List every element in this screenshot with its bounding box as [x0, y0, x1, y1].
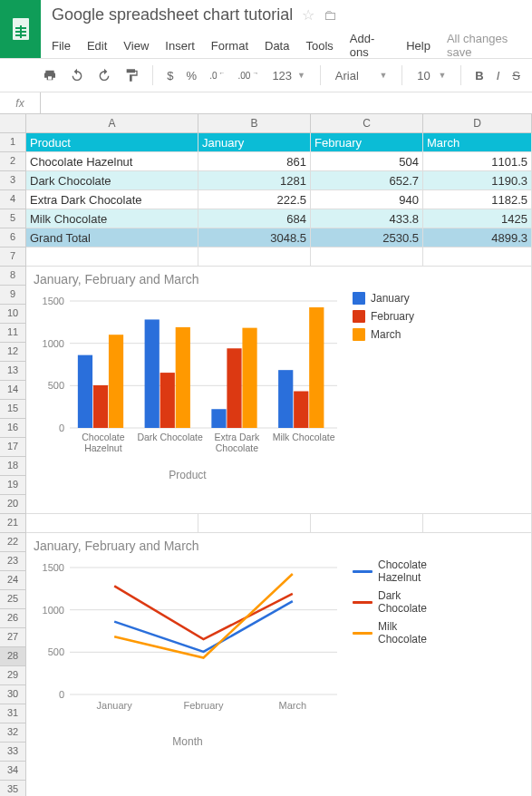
- paint-format-icon[interactable]: [120, 64, 143, 86]
- menu-view[interactable]: View: [123, 39, 149, 53]
- column-header[interactable]: C: [311, 114, 423, 133]
- svg-text:February: February: [183, 700, 224, 711]
- menu-format[interactable]: Format: [211, 39, 248, 53]
- svg-text:0: 0: [59, 689, 64, 700]
- svg-text:500: 500: [48, 646, 64, 657]
- svg-rect-20: [176, 327, 190, 428]
- toolbar: $ % .0← .00→ 123▼ Arial▼ 10▼ B I S: [0, 58, 532, 92]
- spreadsheet-grid[interactable]: ABCD1ProductJanuaryFebruaryMarch2Chocola…: [0, 114, 532, 796]
- save-status: All changes save: [447, 32, 532, 59]
- menu-edit[interactable]: Edit: [87, 39, 107, 53]
- menu-file[interactable]: File: [52, 39, 71, 53]
- svg-text:Dark Chocolate: Dark Chocolate: [137, 432, 203, 442]
- percent-button[interactable]: %: [182, 65, 202, 86]
- svg-rect-29: [309, 307, 324, 428]
- svg-text:1500: 1500: [43, 562, 64, 573]
- italic-button[interactable]: I: [492, 65, 505, 86]
- svg-text:Milk Chocolate: Milk Chocolate: [273, 432, 335, 442]
- svg-rect-4: [20, 25, 22, 38]
- svg-text:Chocolate: Chocolate: [82, 432, 124, 442]
- undo-icon[interactable]: [65, 64, 89, 86]
- column-header[interactable]: B: [198, 114, 311, 133]
- svg-text:500: 500: [48, 380, 64, 391]
- title-bar: Google spreadsheet chart tutorial ☆ 🗀 Fi…: [0, 0, 532, 58]
- svg-rect-19: [160, 373, 175, 428]
- line-chart[interactable]: January, February and March050010001500J…: [26, 533, 532, 796]
- svg-rect-15: [109, 335, 123, 428]
- redo-icon[interactable]: [92, 64, 116, 86]
- strikethrough-button[interactable]: S: [508, 65, 525, 86]
- svg-rect-28: [294, 392, 308, 428]
- decrease-decimals-button[interactable]: .0←: [205, 67, 229, 84]
- fx-label: fx: [0, 92, 41, 113]
- menu-bar: File Edit View Insert Format Data Tools …: [52, 32, 532, 59]
- svg-rect-14: [93, 385, 108, 428]
- column-header[interactable]: A: [26, 114, 198, 133]
- bar-chart[interactable]: January, February and March050010001500C…: [26, 267, 532, 514]
- menu-help[interactable]: Help: [406, 39, 430, 53]
- svg-rect-24: [242, 328, 256, 428]
- column-header[interactable]: D: [423, 114, 532, 133]
- svg-text:Extra Dark: Extra Dark: [215, 432, 260, 442]
- print-icon[interactable]: [38, 64, 62, 86]
- star-icon[interactable]: ☆: [302, 6, 314, 24]
- svg-text:January: January: [97, 700, 133, 711]
- menu-data[interactable]: Data: [265, 39, 289, 53]
- svg-text:1000: 1000: [43, 605, 64, 616]
- svg-text:1500: 1500: [43, 296, 64, 306]
- svg-rect-27: [278, 370, 293, 428]
- svg-text:0: 0: [59, 422, 64, 433]
- svg-rect-18: [145, 319, 160, 428]
- formula-bar: fx: [0, 92, 532, 114]
- more-formats-button[interactable]: 123▼: [266, 65, 311, 86]
- font-size-selector[interactable]: 10▼: [411, 65, 451, 86]
- menu-insert[interactable]: Insert: [165, 39, 195, 53]
- increase-decimals-button[interactable]: .00→: [233, 67, 263, 84]
- svg-rect-13: [78, 355, 92, 428]
- document-title[interactable]: Google spreadsheet chart tutorial: [52, 5, 293, 24]
- menu-addons[interactable]: Add-ons: [350, 32, 390, 59]
- currency-button[interactable]: $: [162, 65, 178, 86]
- svg-text:March: March: [279, 700, 307, 711]
- sheets-logo[interactable]: [0, 0, 41, 58]
- svg-text:Chocolate: Chocolate: [216, 442, 258, 453]
- bold-button[interactable]: B: [470, 65, 488, 86]
- svg-rect-22: [211, 409, 226, 428]
- svg-text:Hazelnut: Hazelnut: [84, 442, 122, 453]
- menu-tools[interactable]: Tools: [305, 39, 333, 53]
- svg-text:1000: 1000: [43, 338, 64, 349]
- folder-icon[interactable]: 🗀: [324, 7, 337, 23]
- svg-rect-23: [227, 348, 241, 428]
- font-selector[interactable]: Arial▼: [330, 65, 393, 86]
- formula-input[interactable]: [41, 92, 532, 113]
